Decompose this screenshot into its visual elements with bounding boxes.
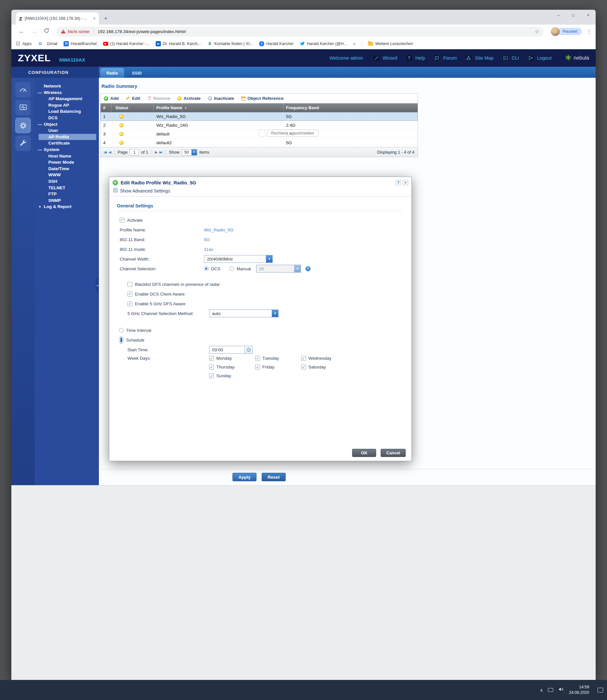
action-center-icon[interactable] — [598, 688, 603, 693]
sidebar-nav-item[interactable]: — System — [35, 147, 99, 153]
forum-button[interactable]: Forum — [433, 54, 457, 62]
sidebar-nav-item[interactable]: Power Mode — [35, 159, 99, 166]
sidebar-nav-item[interactable]: TELNET — [35, 185, 99, 191]
cancel-button[interactable]: Cancel — [381, 449, 406, 457]
tab-radio[interactable]: Radio — [100, 68, 124, 78]
prev-page-icon[interactable]: ◀ — [109, 150, 111, 154]
nebula-brand[interactable]: nebula — [565, 54, 589, 62]
dcs-radio[interactable] — [204, 266, 209, 271]
logout-button[interactable]: Logout — [527, 54, 551, 62]
site-map-button[interactable]: Site Map — [465, 54, 494, 62]
help-button[interactable]: ? Help — [405, 54, 425, 62]
schedule-radio[interactable] — [119, 336, 124, 344]
table-row[interactable]: 4 default2 5G — [101, 138, 418, 147]
bookmark-gmail[interactable]: G Gmail — [38, 41, 58, 46]
bookmark-linkedin[interactable]: in Dr. Harald B. Karch... — [155, 41, 201, 46]
bookmark-star-icon[interactable]: ☆ — [535, 28, 539, 35]
sidebar-nav-item[interactable]: AP Profile — [39, 134, 96, 140]
add-button[interactable]: + Add — [104, 96, 119, 101]
new-tab-button[interactable]: + — [101, 14, 110, 23]
page-number-input[interactable]: 1 — [130, 149, 139, 156]
edit-button[interactable]: Edit — [126, 96, 140, 101]
other-bookmarks-folder[interactable]: Weitere Lesezeichen — [368, 42, 413, 46]
sidebar-nav-item[interactable]: WWW — [35, 172, 99, 178]
ok-button[interactable]: OK — [352, 449, 376, 457]
channel-method-select[interactable]: auto ▼ — [209, 309, 278, 317]
address-bar[interactable]: Nicht sicher | 192.168.178.34/ext-js/web… — [57, 27, 544, 37]
sidebar-nav-item[interactable]: Rogue AP — [35, 102, 99, 109]
week-day-checkbox[interactable] — [301, 365, 306, 369]
sidebar-nav-item[interactable]: AP Management — [35, 95, 99, 102]
table-row[interactable]: 2 Wiz_Radio_24G 2.4G — [101, 121, 418, 130]
week-day-checkbox[interactable] — [209, 365, 214, 369]
profile-button[interactable]: Pausiert — [551, 27, 582, 36]
tab-ssid[interactable]: SSID — [125, 68, 149, 78]
column-frequency-band[interactable]: Frequency Band — [284, 103, 418, 112]
activate-button[interactable]: Activate — [177, 96, 201, 101]
window-maximize-button[interactable]: □ — [566, 10, 581, 21]
manual-radio[interactable] — [230, 266, 234, 271]
back-icon[interactable]: ← — [19, 28, 25, 35]
network-icon[interactable] — [548, 688, 553, 692]
inactivate-button[interactable]: Inactivate — [208, 96, 234, 101]
week-day-checkbox[interactable] — [209, 356, 214, 361]
configuration-tile[interactable] — [15, 118, 31, 133]
remove-button[interactable]: Remove — [148, 96, 171, 101]
sidebar-nav-item[interactable]: DCS — [35, 115, 99, 121]
sidebar-nav-item[interactable]: SNMP — [35, 197, 99, 204]
sidebar-nav-item[interactable]: — Wireless — [35, 89, 99, 96]
browser-menu-icon[interactable]: ⋮ — [586, 28, 592, 35]
sidebar-nav-item[interactable]: Certificate — [35, 140, 99, 147]
sidebar-nav-item[interactable]: Network — [35, 83, 99, 89]
apply-button[interactable]: Apply — [232, 473, 256, 481]
maintenance-tile[interactable] — [15, 135, 31, 151]
tray-chevron-icon[interactable]: ∧ — [540, 688, 543, 693]
sidebar-nav-item[interactable]: Host Name — [35, 153, 99, 159]
reload-icon[interactable] — [44, 28, 49, 35]
time-picker-icon[interactable] — [245, 346, 253, 354]
monitor-tile[interactable] — [15, 100, 31, 115]
object-reference-button[interactable]: Object Reference — [241, 96, 284, 101]
first-page-icon[interactable]: |◀ — [104, 150, 106, 154]
sidebar-nav-item[interactable]: SSH — [35, 178, 99, 185]
info-icon[interactable]: i — [306, 266, 311, 271]
window-minimize-button[interactable]: ─ — [551, 10, 566, 21]
sidebar-nav-item[interactable]: Load Balancing — [35, 108, 99, 115]
dashboard-tile[interactable] — [15, 82, 31, 97]
week-day-checkbox[interactable] — [255, 365, 260, 369]
sidebar-collapse-handle[interactable]: ◀ — [96, 278, 99, 293]
bookmark-youtube[interactable]: ▶ (1) Harald Karcher -... — [103, 42, 149, 46]
bookmark-apps[interactable]: Apps — [15, 41, 32, 46]
blacklist-dfs-checkbox[interactable] — [127, 282, 132, 287]
dcs-client-aware-checkbox[interactable] — [127, 292, 132, 297]
activate-checkbox[interactable] — [120, 218, 125, 223]
page-size-select[interactable]: 50 ▼ — [182, 149, 197, 156]
manual-channel-select[interactable]: 36 ▼ — [256, 265, 301, 272]
week-day-checkbox[interactable] — [301, 356, 306, 361]
column-profile-name[interactable]: Profile Name ▲ — [154, 103, 284, 112]
time-interval-radio[interactable] — [119, 328, 124, 332]
bookmark-haraldkarcher[interactable]: H HaraldKarcher — [64, 41, 97, 46]
week-day-checkbox[interactable] — [255, 356, 260, 361]
reset-button[interactable]: Reset — [262, 473, 286, 481]
window-close-button[interactable]: × — [581, 10, 595, 21]
start-time-input[interactable]: 03:00 — [209, 346, 245, 354]
table-row[interactable]: 1 Wiz_Radio_5G 5G — [101, 112, 418, 121]
bookmarks-overflow-icon[interactable]: » — [353, 41, 355, 46]
sidebar-nav-item[interactable]: Date/Time — [35, 166, 99, 172]
browser-tab[interactable]: Z [NWA110AX] (192.168.178.34) - ... × — [16, 12, 99, 25]
sidebar-nav-item[interactable]: FTP — [35, 191, 99, 197]
bookmark-twitter[interactable]: Harald Karcher (@H... — [300, 41, 347, 46]
next-page-icon[interactable]: ▶ — [155, 150, 157, 154]
bookmark-xing[interactable]: X Kontakte finden | XI... — [207, 41, 253, 46]
week-day-checkbox[interactable] — [209, 373, 214, 378]
dfs-aware-checkbox[interactable] — [127, 301, 132, 306]
speaker-icon[interactable] — [558, 687, 564, 693]
last-page-icon[interactable]: ▶| — [160, 150, 162, 154]
wizard-button[interactable]: Wizard — [372, 54, 397, 62]
forward-icon[interactable]: → — [31, 28, 37, 35]
bookmark-facebook[interactable]: f Harald Karcher — [259, 41, 293, 46]
sidebar-nav-item[interactable]: + Log & Report — [35, 203, 99, 210]
dialog-close-button[interactable]: × — [403, 180, 408, 185]
show-advanced-settings-link[interactable]: Show Advanced Settings — [109, 188, 412, 197]
